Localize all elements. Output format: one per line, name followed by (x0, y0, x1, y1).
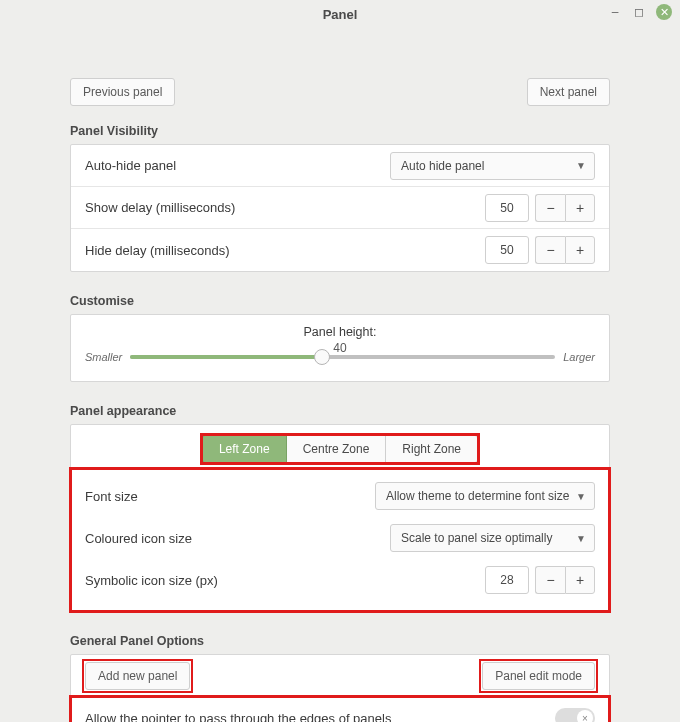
pointer-pass-toggle[interactable]: × (555, 708, 595, 722)
slider-fill (130, 355, 321, 359)
window-controls: – ◻ ✕ (608, 4, 672, 20)
heading-general: General Panel Options (70, 634, 610, 648)
zone-tabs: Left Zone Centre Zone Right Zone (71, 425, 609, 463)
row-coloured-icon: Coloured icon size Scale to panel size o… (71, 517, 609, 559)
panel-height-slider[interactable] (130, 349, 555, 365)
show-delay-label: Show delay (milliseconds) (85, 200, 235, 215)
minimize-icon[interactable]: – (608, 5, 622, 19)
coloured-icon-label: Coloured icon size (85, 531, 192, 546)
row-font-size: Font size Allow theme to determine font … (71, 475, 609, 517)
tab-right-zone[interactable]: Right Zone (385, 435, 478, 463)
heading-appearance: Panel appearance (70, 404, 610, 418)
hide-delay-decrement-button[interactable]: − (535, 236, 565, 264)
show-delay-stepper: − + (485, 194, 595, 222)
heading-visibility: Panel Visibility (70, 124, 610, 138)
window-title: Panel (323, 7, 358, 22)
row-show-delay: Show delay (milliseconds) − + (71, 187, 609, 229)
panel-height-slider-row: Smaller Larger (85, 349, 595, 365)
slider-larger-label: Larger (563, 351, 595, 363)
symbolic-icon-input[interactable] (485, 566, 529, 594)
autohide-dropdown-value: Auto hide panel (401, 159, 484, 173)
row-hide-delay: Hide delay (milliseconds) − + (71, 229, 609, 271)
panel-nav: Previous panel Next panel (70, 78, 610, 106)
maximize-icon[interactable]: ◻ (632, 5, 646, 19)
row-pointer-pass: Allow the pointer to pass through the ed… (71, 697, 609, 722)
slider-smaller-label: Smaller (85, 351, 122, 363)
coloured-icon-dropdown[interactable]: Scale to panel size optimally ▼ (390, 524, 595, 552)
general-card: Add new panel Panel edit mode Allow the … (70, 654, 610, 722)
show-delay-increment-button[interactable]: + (565, 194, 595, 222)
hide-delay-label: Hide delay (milliseconds) (85, 243, 230, 258)
chevron-down-icon: ▼ (576, 533, 586, 544)
row-symbolic-icon: Symbolic icon size (px) − + (71, 559, 609, 601)
heading-customise: Customise (70, 294, 610, 308)
slider-handle[interactable] (314, 349, 330, 365)
visibility-card: Auto-hide panel Auto hide panel ▼ Show d… (70, 144, 610, 272)
hide-delay-input[interactable] (485, 236, 529, 264)
hide-delay-increment-button[interactable]: + (565, 236, 595, 264)
font-size-value: Allow theme to determine font size (386, 489, 569, 503)
pointer-pass-label: Allow the pointer to pass through the ed… (85, 711, 391, 723)
coloured-icon-value: Scale to panel size optimally (401, 531, 552, 545)
show-delay-input[interactable] (485, 194, 529, 222)
appearance-body: Font size Allow theme to determine font … (71, 469, 609, 611)
hide-delay-stepper: − + (485, 236, 595, 264)
panel-height-label: Panel height: (85, 325, 595, 339)
autohide-label: Auto-hide panel (85, 158, 176, 173)
row-autohide: Auto-hide panel Auto hide panel ▼ (71, 145, 609, 187)
symbolic-icon-label: Symbolic icon size (px) (85, 573, 218, 588)
tab-centre-zone[interactable]: Centre Zone (287, 435, 386, 463)
tab-left-zone[interactable]: Left Zone (202, 435, 287, 463)
customise-card: Panel height: 40 Smaller Larger (70, 314, 610, 382)
add-new-panel-button[interactable]: Add new panel (85, 662, 190, 690)
next-panel-button[interactable]: Next panel (527, 78, 610, 106)
toggle-knob: × (577, 710, 593, 722)
appearance-card: Left Zone Centre Zone Right Zone Font si… (70, 424, 610, 612)
chevron-down-icon: ▼ (576, 491, 586, 502)
symbolic-icon-decrement-button[interactable]: − (535, 566, 565, 594)
panel-edit-mode-button[interactable]: Panel edit mode (482, 662, 595, 690)
show-delay-decrement-button[interactable]: − (535, 194, 565, 222)
panel-height-box: Panel height: 40 Smaller Larger (71, 315, 609, 381)
symbolic-icon-increment-button[interactable]: + (565, 566, 595, 594)
chevron-down-icon: ▼ (576, 160, 586, 171)
content: Previous panel Next panel Panel Visibili… (0, 28, 680, 722)
close-icon[interactable]: ✕ (656, 4, 672, 20)
titlebar: Panel – ◻ ✕ (0, 0, 680, 28)
previous-panel-button[interactable]: Previous panel (70, 78, 175, 106)
font-size-label: Font size (85, 489, 138, 504)
autohide-dropdown[interactable]: Auto hide panel ▼ (390, 152, 595, 180)
symbolic-icon-stepper: − + (485, 566, 595, 594)
row-general-buttons: Add new panel Panel edit mode (71, 655, 609, 697)
font-size-dropdown[interactable]: Allow theme to determine font size ▼ (375, 482, 595, 510)
